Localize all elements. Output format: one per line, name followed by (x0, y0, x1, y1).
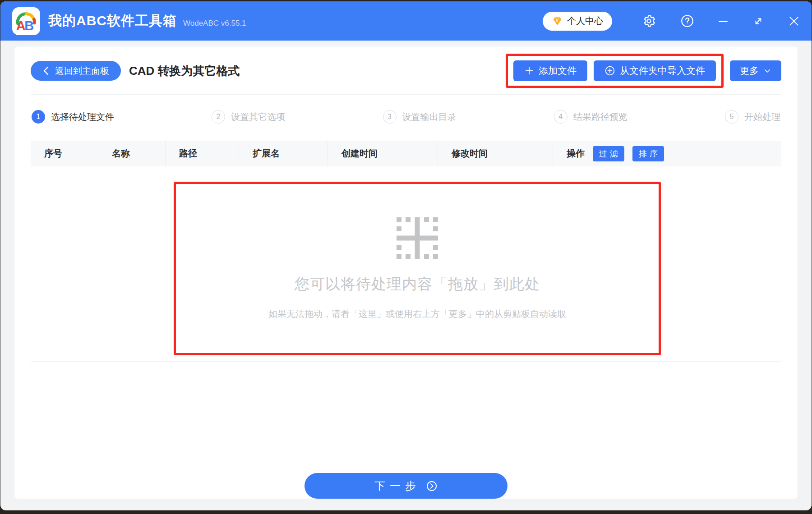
plus-icon (524, 66, 534, 76)
column-header-path: 路径 (165, 141, 239, 166)
account-center-button[interactable]: V 个人中心 (543, 12, 612, 31)
toolbar: 返回到主面板 CAD 转换为其它格式 添加文件 (31, 46, 781, 95)
step-options[interactable]: 2 设置其它选项 (212, 110, 285, 124)
svg-text:V: V (556, 18, 559, 23)
content-card: 返回到主面板 CAD 转换为其它格式 添加文件 (14, 46, 798, 499)
step-output-dir[interactable]: 3 设置输出目录 (383, 110, 457, 124)
dashed-plus-drop-icon (397, 217, 438, 259)
close-button[interactable] (788, 15, 800, 27)
step-3-label: 设置输出目录 (402, 111, 457, 123)
minimize-button[interactable] (718, 16, 729, 27)
step-1-label: 选择待处理文件 (51, 111, 114, 123)
back-button-label: 返回到主面板 (55, 65, 109, 77)
back-to-main-button[interactable]: 返回到主面板 (31, 61, 121, 81)
chevron-left-icon (42, 66, 50, 75)
sort-button[interactable]: 排序 (632, 146, 664, 161)
more-dropdown-button[interactable]: 更多 (730, 60, 781, 81)
maximize-button[interactable] (753, 16, 764, 27)
import-from-folder-button[interactable]: 从文件夹中导入文件 (594, 60, 716, 81)
more-label: 更多 (740, 64, 759, 77)
step-1-circle: 1 (32, 110, 45, 124)
account-center-label: 个人中心 (567, 15, 603, 27)
step-4-circle: 4 (554, 110, 567, 124)
step-connector (121, 117, 204, 117)
column-header-index: 序号 (31, 141, 98, 166)
steps-progress: 1 选择待处理文件 2 设置其它选项 3 设置输出目录 4 结果路径预览 (31, 95, 781, 124)
step-select-files[interactable]: 1 选择待处理文件 (32, 110, 114, 124)
svg-text:B: B (24, 18, 34, 33)
step-connector (464, 117, 547, 117)
page-title: CAD 转换为其它格式 (129, 63, 240, 79)
actions-label: 操作 (567, 147, 585, 160)
app-window: A B 我的ABC软件工具箱 WodeABC v6.55.1 V 个人中心 (0, 1, 812, 510)
titlebar: A B 我的ABC软件工具箱 WodeABC v6.55.1 V 个人中心 (0, 1, 812, 41)
dropzone-highlight-box[interactable]: 您可以将待处理内容「拖放」到此处 如果无法拖动，请看「这里」或使用右上方「更多」… (174, 182, 661, 355)
column-header-actions: 操作 过滤 排序 (553, 141, 781, 166)
filter-button[interactable]: 过滤 (593, 146, 624, 161)
dropzone-hint: 如果无法拖动，请看「这里」或使用右上方「更多」中的从剪贴板自动读取 (268, 308, 566, 320)
step-result-preview[interactable]: 4 结果路径预览 (554, 110, 627, 124)
add-files-button[interactable]: 添加文件 (513, 60, 587, 81)
column-header-ext: 扩展名 (239, 141, 328, 166)
step-3-circle: 3 (383, 110, 397, 124)
highlight-box-add-import: 添加文件 从文件夹中导入文件 (506, 54, 724, 88)
app-logo-icon: A B (12, 7, 40, 35)
circle-plus-icon (604, 65, 615, 76)
step-4-label: 结果路径预览 (573, 111, 627, 123)
app-title: 我的ABC软件工具箱 (48, 12, 177, 30)
step-2-label: 设置其它选项 (231, 111, 285, 123)
step-2-circle: 2 (212, 110, 225, 124)
step-connector (635, 117, 718, 117)
add-files-label: 添加文件 (539, 64, 577, 77)
main-frame: 返回到主面板 CAD 转换为其它格式 添加文件 (0, 41, 812, 510)
column-header-name: 名称 (98, 141, 165, 166)
chevron-down-icon (763, 67, 771, 75)
column-header-created: 创建时间 (328, 141, 438, 166)
step-start-process[interactable]: 5 开始处理 (725, 110, 780, 124)
dropzone-title: 您可以将待处理内容「拖放」到此处 (295, 274, 540, 294)
next-step-label: 下一步 (374, 479, 420, 493)
step-5-circle: 5 (725, 110, 738, 124)
toolbar-right: 添加文件 从文件夹中导入文件 更多 (506, 54, 781, 88)
import-from-folder-label: 从文件夹中导入文件 (620, 64, 705, 77)
step-5-label: 开始处理 (744, 111, 780, 123)
next-step-button[interactable]: 下一步 (304, 473, 508, 499)
circle-arrow-right-icon (426, 480, 438, 492)
column-header-modified: 修改时间 (438, 141, 553, 166)
help-icon[interactable] (680, 14, 694, 28)
step-connector (292, 117, 375, 117)
vip-gem-icon: V (552, 15, 563, 27)
app-version: WodeABC v6.55.1 (183, 19, 246, 28)
settings-gear-icon[interactable] (642, 14, 656, 28)
file-table-body: 您可以将待处理内容「拖放」到此处 如果无法拖动，请看「这里」或使用右上方「更多」… (31, 166, 781, 362)
file-table-header: 序号 名称 路径 扩展名 创建时间 修改时间 操作 过滤 排序 (31, 141, 781, 166)
